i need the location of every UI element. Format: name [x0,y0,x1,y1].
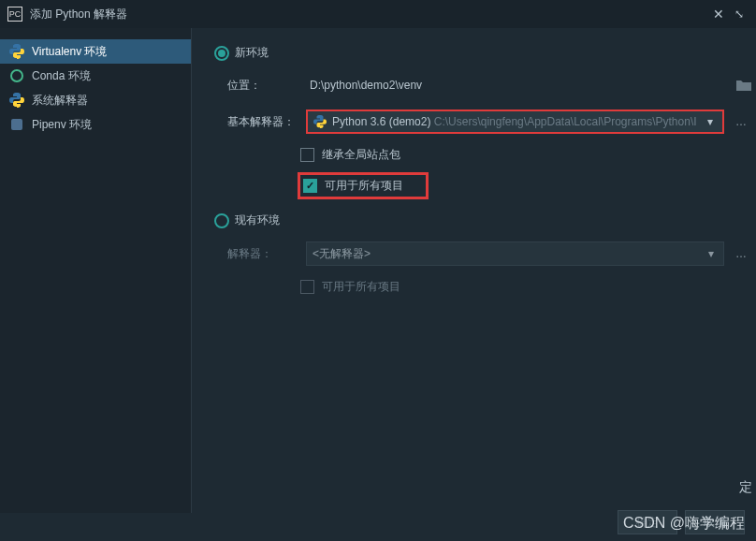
content-panel: 新环境 位置： 基本解释器： Python 3.6 (demo2) C:\Use… [192,28,756,513]
close-icon[interactable]: ✕ [707,7,730,22]
sidebar-item-virtualenv[interactable]: Virtualenv 环境 [0,39,191,64]
svg-point-0 [11,70,22,81]
browse-button[interactable]: … [730,115,752,128]
existing-env-radio[interactable] [214,213,229,228]
interpreter-text: <无解释器> [313,246,705,262]
pipenv-icon [9,117,24,132]
sidebar: Virtualenv 环境 Conda 环境 系统解释器 Pipenv 环境 [0,28,192,513]
location-row: 位置： [227,74,752,96]
watermark: CSDN @嗨学编程 [623,514,745,534]
chevron-down-icon: ▾ [705,247,718,260]
new-env-radio-row: 新环境 [214,45,752,61]
base-interpreter-dropdown[interactable]: Python 3.6 (demo2) C:\Users\qingfeng\App… [306,110,724,134]
existing-env-label: 现有环境 [235,212,280,228]
browse-button[interactable]: … [730,247,752,260]
new-env-radio[interactable] [214,46,229,61]
chevron-down-icon: ▾ [704,115,717,128]
app-logo: PC [7,7,22,22]
make-available-existing-checkbox [300,280,314,294]
folder-icon[interactable] [735,79,752,92]
make-available-existing-label: 可用于所有项目 [322,279,400,295]
sidebar-item-label: Conda 环境 [32,68,91,84]
new-env-label: 新环境 [235,45,269,61]
svg-rect-1 [11,119,22,130]
interpreter-label: 解释器： [227,246,300,262]
dialog-body: Virtualenv 环境 Conda 环境 系统解释器 Pipenv 环境 新… [0,28,756,513]
inherit-packages-row: 继承全局站点包 [300,147,752,163]
python-icon [9,93,24,108]
sidebar-item-label: 系统解释器 [32,93,88,109]
interpreter-dropdown[interactable]: <无解释器> ▾ [306,241,724,266]
base-interpreter-label: 基本解释器： [227,114,300,130]
python-icon [313,115,327,128]
make-available-checkbox[interactable] [303,179,317,193]
make-available-highlight: 可用于所有项目 [298,172,429,199]
sidebar-item-system[interactable]: 系统解释器 [0,88,191,112]
base-interpreter-text: Python 3.6 (demo2) C:\Users\qingfeng\App… [332,115,704,128]
location-label: 位置： [227,78,300,94]
sidebar-item-conda[interactable]: Conda 环境 [0,64,191,88]
location-input[interactable] [306,74,730,96]
make-available-existing-row: 可用于所有项目 [300,279,752,295]
inherit-packages-checkbox[interactable] [300,148,314,162]
interpreter-row: 解释器： <无解释器> ▾ … [227,241,752,266]
window-extra-icon: ⤡ [730,7,749,21]
base-interpreter-row: 基本解释器： Python 3.6 (demo2) C:\Users\qingf… [227,110,752,134]
sidebar-item-label: Pipenv 环境 [32,117,92,133]
window-title: 添加 Python 解释器 [30,7,707,22]
existing-env-radio-row: 现有环境 [214,212,752,228]
python-icon [9,44,24,59]
titlebar: PC 添加 Python 解释器 ✕ ⤡ [0,0,756,28]
conda-icon [9,68,24,83]
make-available-label: 可用于所有项目 [325,178,403,194]
location-input-wrap [306,74,752,96]
sidebar-item-pipenv[interactable]: Pipenv 环境 [0,112,191,137]
edge-text: 定 [739,479,752,496]
sidebar-item-label: Virtualenv 环境 [32,44,107,60]
inherit-packages-label: 继承全局站点包 [322,147,400,163]
